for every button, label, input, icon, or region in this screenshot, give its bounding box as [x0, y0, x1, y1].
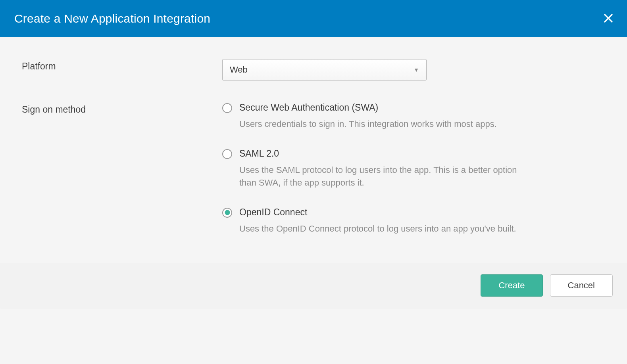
radio-input-saml[interactable] [222, 149, 232, 159]
signon-label: Sign on method [22, 102, 222, 115]
radio-label-saml[interactable]: SAML 2.0 [239, 148, 605, 159]
create-app-integration-modal: Create a New Application Integration Pla… [0, 0, 627, 308]
platform-selected-value: Web [230, 65, 248, 75]
platform-label: Platform [22, 59, 222, 72]
radio-label-oidc[interactable]: OpenID Connect [239, 207, 605, 218]
signon-radio-group: Secure Web Authentication (SWA) Users cr… [222, 102, 605, 235]
radio-desc-swa: Users credentials to sign in. This integ… [239, 118, 533, 130]
modal-title: Create a New Application Integration [14, 12, 210, 25]
modal-body: Platform Web ▼ Sign on method Secure Web… [0, 37, 627, 263]
signon-option-oidc: OpenID Connect Uses the OpenID Connect p… [222, 207, 605, 235]
radio-input-swa[interactable] [222, 103, 232, 113]
signon-option-swa: Secure Web Authentication (SWA) Users cr… [222, 102, 605, 130]
radio-content: SAML 2.0 Uses the SAML protocol to log u… [239, 148, 605, 189]
chevron-down-icon: ▼ [414, 67, 419, 73]
platform-row: Platform Web ▼ [22, 59, 605, 80]
radio-desc-oidc: Uses the OpenID Connect protocol to log … [239, 222, 533, 235]
radio-content: Secure Web Authentication (SWA) Users cr… [239, 102, 605, 130]
cancel-button[interactable]: Cancel [550, 274, 613, 297]
modal-header: Create a New Application Integration [0, 0, 627, 37]
create-button[interactable]: Create [481, 274, 542, 297]
signon-option-saml: SAML 2.0 Uses the SAML protocol to log u… [222, 148, 605, 189]
signon-row: Sign on method Secure Web Authentication… [22, 102, 605, 235]
close-icon[interactable] [604, 13, 613, 25]
radio-desc-saml: Uses the SAML protocol to log users into… [239, 164, 533, 189]
platform-control: Web ▼ [222, 59, 605, 80]
radio-content: OpenID Connect Uses the OpenID Connect p… [239, 207, 605, 235]
signon-control: Secure Web Authentication (SWA) Users cr… [222, 102, 605, 235]
platform-dropdown[interactable]: Web ▼ [222, 59, 427, 80]
radio-input-oidc[interactable] [222, 208, 232, 218]
modal-footer: Create Cancel [0, 263, 627, 308]
radio-label-swa[interactable]: Secure Web Authentication (SWA) [239, 102, 605, 113]
